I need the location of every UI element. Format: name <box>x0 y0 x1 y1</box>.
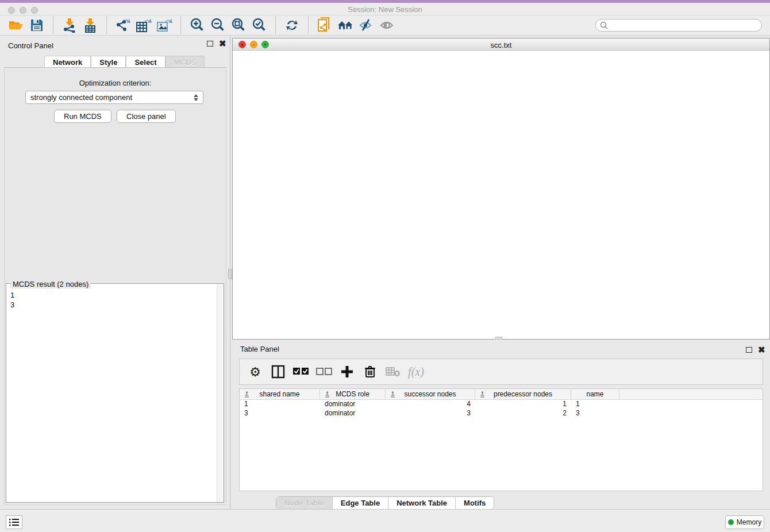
column-type-icon <box>390 391 396 398</box>
table-panel-title: Table Panel <box>240 345 279 353</box>
optimization-criterion-dropdown[interactable]: strongly connected component <box>25 91 203 104</box>
export-table-button[interactable] <box>133 17 154 33</box>
show-eye-icon <box>379 18 394 32</box>
tab-node-table[interactable]: Node Table <box>276 497 333 509</box>
mcds-result-lines: 1 3 <box>10 290 14 310</box>
search-icon <box>600 21 608 29</box>
float-panel-icon[interactable] <box>207 41 213 47</box>
function-builder-button[interactable]: f(x) <box>406 362 426 381</box>
show-columns-button[interactable] <box>268 362 288 381</box>
deselect-all-button[interactable] <box>314 362 334 381</box>
application-window: Session: New Session <box>0 0 770 532</box>
network-canvas-svg[interactable] <box>233 51 769 339</box>
select-all-button[interactable] <box>291 362 311 381</box>
window-title: Session: New Session <box>0 5 770 14</box>
unchecked-boxes-icon <box>316 368 332 376</box>
hide-selected-button[interactable] <box>356 17 376 33</box>
tab-select[interactable]: Select <box>126 56 165 68</box>
columns-icon <box>271 365 285 379</box>
save-session-button[interactable] <box>26 17 47 33</box>
memory-button[interactable]: Memory <box>725 515 764 529</box>
refresh-button[interactable] <box>282 17 302 33</box>
control-panel-window-controls: ✖ <box>207 41 226 47</box>
network-maximize-icon[interactable]: + <box>261 41 269 48</box>
column-type-icon <box>479 391 486 398</box>
tab-network[interactable]: Network <box>44 56 91 68</box>
close-panel-icon[interactable]: ✖ <box>219 41 226 47</box>
export-network-button[interactable] <box>113 17 133 33</box>
add-row-button[interactable] <box>337 362 357 381</box>
control-panel-tabs: Network Style Select MCDS <box>44 56 205 68</box>
delete-table-icon <box>386 367 401 377</box>
export-image-button[interactable] <box>154 17 175 33</box>
zoom-fit-button[interactable] <box>228 17 249 33</box>
network-close-icon[interactable]: x <box>238 41 246 48</box>
show-all-button[interactable] <box>376 17 397 33</box>
table-panel-window-controls: ✖ <box>746 347 765 353</box>
fx-icon: f(x) <box>408 365 424 379</box>
search-input[interactable] <box>608 21 752 29</box>
mcds-result-title: MCDS result (2 nodes) <box>10 280 91 288</box>
toolbar-search-field[interactable] <box>595 19 762 32</box>
main-toolbar <box>0 16 770 36</box>
plus-icon <box>341 365 353 378</box>
first-neighbors-button[interactable] <box>335 17 356 33</box>
open-session-button[interactable] <box>6 17 26 33</box>
new-network-from-selection-icon <box>317 17 332 33</box>
table-toolbar: ⚙ f(x) <box>239 358 763 385</box>
tab-motifs[interactable]: Motifs <box>456 497 494 509</box>
result-scrollbar[interactable] <box>217 284 224 502</box>
task-history-button[interactable] <box>6 515 22 529</box>
zoom-out-button[interactable] <box>207 17 228 33</box>
close-table-panel-icon[interactable]: ✖ <box>758 347 765 353</box>
column-header-shared-name[interactable]: shared name <box>240 389 320 399</box>
tab-mcds[interactable]: MCDS <box>165 56 205 68</box>
column-type-icon <box>324 391 330 398</box>
column-header-predecessor-nodes[interactable]: predecessor nodes <box>475 389 571 399</box>
import-table-button[interactable] <box>80 17 101 33</box>
network-minimize-icon[interactable]: − <box>250 41 257 48</box>
import-network-icon <box>62 18 77 33</box>
table-row[interactable]: 1 dominator 4 1 1 <box>240 400 763 409</box>
zoom-in-icon <box>190 18 205 33</box>
mcds-result-line: 3 <box>10 300 14 310</box>
optimization-criterion-label: Optimization criterion: <box>0 79 230 87</box>
run-mcds-button[interactable]: Run MCDS <box>54 110 111 123</box>
trash-icon <box>364 365 376 378</box>
table-settings-button[interactable]: ⚙ <box>245 362 265 381</box>
delete-table-button[interactable] <box>383 362 403 381</box>
split-pane-grip[interactable] <box>228 269 232 279</box>
delete-row-button[interactable] <box>360 362 380 381</box>
zoom-selected-icon <box>252 18 267 33</box>
tab-style[interactable]: Style <box>91 56 126 68</box>
zoom-fit-icon <box>231 18 246 33</box>
column-type-icon <box>244 391 250 398</box>
list-icon <box>9 518 20 526</box>
tab-network-table[interactable]: Network Table <box>388 497 456 509</box>
export-image-icon <box>156 18 172 33</box>
refresh-icon <box>285 18 299 32</box>
export-network-icon <box>115 18 131 33</box>
checked-boxes-icon <box>293 368 309 376</box>
import-network-button[interactable] <box>59 17 80 33</box>
import-table-icon <box>83 18 98 33</box>
table-header-row: shared name MCDS role successor nodes pr… <box>240 389 763 400</box>
table-row[interactable]: 3 dominator 3 2 3 <box>240 409 763 418</box>
float-table-panel-icon[interactable] <box>746 347 752 353</box>
new-network-from-selection-button[interactable] <box>314 17 335 33</box>
column-header-mcds-role[interactable]: MCDS role <box>320 389 386 399</box>
column-header-name[interactable]: name <box>571 389 619 399</box>
export-table-icon <box>136 18 152 33</box>
network-window-title: scc.txt <box>233 41 769 49</box>
close-panel-button[interactable]: Close panel <box>117 110 176 123</box>
network-resize-grip[interactable] <box>495 337 502 340</box>
dropdown-selected-value: strongly connected component <box>30 93 132 102</box>
zoom-selected-button[interactable] <box>249 17 270 33</box>
mcds-result-box <box>6 283 224 503</box>
column-header-successor-nodes[interactable]: successor nodes <box>386 389 475 399</box>
hide-eye-slash-icon <box>359 18 374 32</box>
save-floppy-icon <box>30 19 43 32</box>
zoom-in-button[interactable] <box>187 17 207 33</box>
memory-label: Memory <box>737 518 761 526</box>
tab-edge-table[interactable]: Edge Table <box>333 497 388 509</box>
